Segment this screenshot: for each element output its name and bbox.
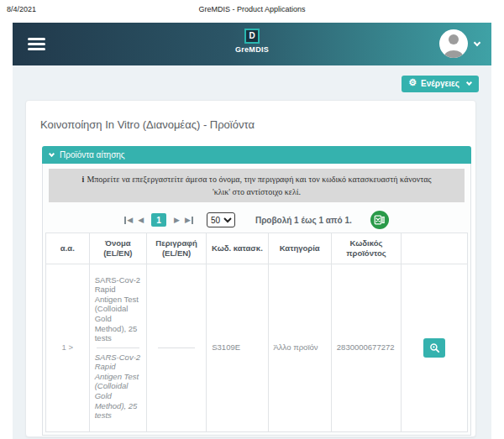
product-name-en: SARS-Cov-2 Rapid Antigen Test (Colloidal… <box>95 353 141 421</box>
actions-button[interactable]: ⚙ Ενέργειες <box>402 76 479 92</box>
product-name-el: SARS-Cov-2 Rapid Antigen Test (Colloidal… <box>95 275 141 343</box>
magnifier-zoom-icon <box>429 342 440 353</box>
print-header: 8/4/2021 GreMDIS - Product Applications <box>0 0 504 23</box>
panel-header-products[interactable]: Προϊόντα αίτησης <box>42 146 471 164</box>
products-panel: Προϊόντα αίτησης iΜπορείτε να επεξεργαστ… <box>42 146 471 436</box>
divider <box>158 348 195 348</box>
page-title: Κοινοποίηση In Vitro (Διανομέας) - Προϊό… <box>40 118 475 131</box>
navbar: D GreMDIS <box>13 23 491 65</box>
cell-manufacturer-code[interactable]: S3109E <box>207 264 268 431</box>
chevron-down-icon <box>474 39 480 45</box>
user-menu[interactable] <box>439 29 480 58</box>
excel-icon <box>374 214 386 226</box>
export-excel-button[interactable] <box>370 211 389 229</box>
info-note: iΜπορείτε να επεξεργαστείτε άμεσα το όνο… <box>49 169 465 202</box>
column-header-name: Όνομα (EL/EN) <box>89 233 146 264</box>
current-page-button[interactable]: 1 <box>151 213 166 227</box>
page-size-select[interactable]: 50 <box>207 212 235 227</box>
cogs-icon: ⚙ <box>408 78 417 87</box>
panel-title: Προϊόντα αίτησης <box>60 150 125 159</box>
products-table: α.α. Όνομα (EL/EN) Περιγραφή (EL/EN) Κωδ… <box>45 233 468 432</box>
cell-actions <box>402 264 468 431</box>
cell-name[interactable]: SARS-Cov-2 Rapid Antigen Test (Colloidal… <box>89 264 146 431</box>
previous-page-button[interactable]: ◀ <box>138 217 144 224</box>
actions-button-label: Ενέργειες <box>421 79 459 88</box>
view-details-button[interactable] <box>423 338 445 358</box>
next-page-button[interactable]: ▶ <box>174 217 180 224</box>
info-note-text: Μπορείτε να επεξεργαστείτε άμεσα το όνομ… <box>87 175 431 196</box>
brand-logo-icon: D <box>244 29 260 44</box>
cell-index[interactable]: 1 > <box>46 264 90 431</box>
column-header-actions <box>402 233 468 264</box>
last-page-button[interactable]: ▶ <box>185 217 193 224</box>
chevron-down-icon <box>49 150 55 156</box>
panel-body: iΜπορείτε να επεξεργαστείτε άμεσα το όνο… <box>42 164 471 436</box>
toolbar: ⚙ Ενέργειες <box>13 65 491 100</box>
column-header-manufacturer-code: Κωδ. κατασκ. <box>207 233 268 264</box>
content-card: Κοινοποίηση In Vitro (Διανομέας) - Προϊό… <box>25 100 476 437</box>
chevron-down-icon <box>466 80 472 86</box>
brand-name: GreMDIS <box>13 45 491 54</box>
info-icon: i <box>82 175 85 184</box>
brand: D GreMDIS <box>13 27 491 54</box>
column-header-category: Κατηγορία <box>268 233 331 264</box>
first-page-button[interactable]: ◀ <box>124 217 133 224</box>
table-row: 1 > SARS-Cov-2 Rapid Antigen Test (Collo… <box>46 264 468 431</box>
app-frame: D GreMDIS ⚙ Ενέργειες Κοινοποίηση In Vit… <box>13 23 491 439</box>
pagination: ◀ ◀ 1 ▶ ▶ 50 Προβολή 1 έως 1 από 1. <box>45 207 468 233</box>
print-document-title: GreMDIS - Product Applications <box>0 5 504 13</box>
column-header-description: Περιγραφή (EL/EN) <box>146 233 206 264</box>
cell-product-code: 2830000677272 <box>331 264 401 431</box>
column-header-index: α.α. <box>46 233 90 264</box>
cell-category: Άλλο προϊόν <box>268 264 331 431</box>
user-avatar <box>439 29 468 58</box>
divider <box>97 348 139 348</box>
pagination-summary: Προβολή 1 έως 1 από 1. <box>255 216 352 225</box>
column-header-product-code: Κωδικός προϊόντος <box>331 233 401 264</box>
table-header-row: α.α. Όνομα (EL/EN) Περιγραφή (EL/EN) Κωδ… <box>46 233 468 264</box>
cell-description[interactable] <box>146 264 206 431</box>
